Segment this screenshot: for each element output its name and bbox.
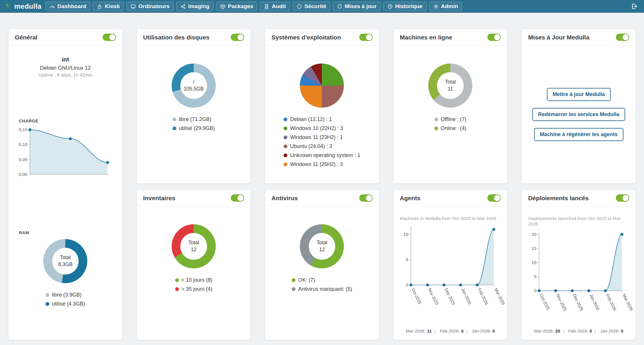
legend-label: Windows 11 (23H2) : 1: [290, 134, 343, 140]
operating-systems-legend: Debian (12.12) : 1 Windows 10 (22H2) : 3…: [284, 116, 360, 167]
stat-label: Mar-2026:: [406, 328, 426, 333]
legend-color-dot: [284, 136, 287, 139]
card-inventories: Inventaires Total 12 < 10 jours (8) > 35…: [137, 189, 251, 340]
legend-label: > 35 jours (4): [182, 286, 213, 292]
toggle-knob: [366, 34, 372, 40]
stat-value: 0: [461, 328, 463, 333]
nav-audit[interactable]: Audit: [260, 2, 290, 11]
stat-value: 11: [427, 328, 432, 333]
nav-admin[interactable]: Admin: [429, 2, 462, 11]
antivirus-legend: OK: (7) Antivirus manquant: (5): [292, 277, 352, 292]
legend-label: libre (71.2GB): [179, 116, 211, 122]
refresh-icon: [337, 4, 342, 9]
legend-label: Debian (12.12) : 1: [290, 116, 332, 122]
toggle-knob: [109, 34, 115, 40]
medulla-logo[interactable]: medulla: [4, 2, 41, 10]
nav-securite[interactable]: Sécurité: [293, 2, 330, 11]
card-antivirus-toggle[interactable]: [359, 194, 373, 202]
nav-dashboard[interactable]: Dashboard: [46, 2, 90, 11]
card-operating-systems: Systèmes d'exploitation Debian (12.12) :…: [265, 29, 379, 184]
agents-stats: Mar-2026:11 Feb-2026:0 Jan-2026:0: [406, 327, 495, 334]
nav-label: Sécurité: [304, 3, 326, 10]
agents-subtitle: Machines in Medulla from Oct-2025 to Mar…: [400, 216, 496, 221]
card-general-header: Général: [8, 29, 122, 46]
nav-ordinateurs[interactable]: Ordinateurs: [126, 2, 174, 11]
legend-label: Antivirus manquant: (5): [298, 286, 352, 292]
card-inventories-toggle[interactable]: [231, 194, 244, 202]
stat-label: Feb-2026:: [440, 328, 460, 333]
disk-donut-center: / 105.5GB: [180, 72, 207, 99]
machines-online-legend: Offline : (7) Online : (4): [434, 116, 467, 131]
nav-historique[interactable]: Historique: [383, 2, 427, 11]
legend-item[interactable]: utilisé (4.3GB): [46, 301, 85, 307]
legend-item[interactable]: Unknown operating system : 1: [284, 152, 360, 158]
card-machines-online-header: Machines en ligne: [393, 29, 507, 46]
nav-label: Dashboard: [57, 3, 86, 10]
card-operating-systems-toggle[interactable]: [359, 34, 373, 41]
legend-color-dot: [46, 302, 49, 306]
svg-text:10: 10: [403, 232, 408, 237]
legend-item[interactable]: utilisé (29.9GB): [173, 125, 215, 131]
nav-label: Mises à jour: [345, 3, 377, 10]
legend-color-dot: [284, 127, 287, 130]
legend-item[interactable]: > 35 jours (4): [175, 286, 213, 292]
machines-donut-center: Total 11: [437, 72, 463, 99]
donut-center-line1: /: [193, 79, 194, 86]
legend-item[interactable]: Debian (12.12) : 1: [284, 116, 360, 122]
stat-label: Mar-2026:: [534, 328, 554, 333]
nav-label: Admin: [441, 3, 458, 10]
donut-center-line2: 11: [448, 86, 453, 93]
legend-item[interactable]: Offline : (7): [434, 116, 467, 122]
card-machines-online-toggle[interactable]: [487, 34, 501, 41]
legend-item[interactable]: OK: (7): [292, 277, 352, 283]
legend-color-dot: [284, 118, 287, 121]
svg-text:Dec-2025: Dec-2025: [572, 293, 584, 312]
legend-color-dot: [292, 278, 295, 282]
legend-item[interactable]: Antivirus manquant: (5): [292, 286, 352, 292]
card-disk-usage: Utilisation des disques / 105.5GB libre …: [137, 29, 251, 184]
legend-item[interactable]: Windows 10 (22H2) : 3: [284, 125, 360, 131]
svg-text:Oct-2025: Oct-2025: [539, 293, 551, 311]
card-deployments-toggle[interactable]: [616, 194, 629, 202]
legend-item[interactable]: < 10 jours (8): [175, 277, 213, 283]
disk-usage-donut-chart: / 105.5GB: [172, 64, 216, 108]
legend-item[interactable]: Windows 11 (25H2) : 3: [284, 161, 360, 167]
lock-icon: [97, 4, 102, 9]
svg-text:0.00: 0.00: [19, 172, 27, 177]
card-medulla-updates-toggle[interactable]: [616, 34, 629, 41]
logout-button[interactable]: [631, 3, 638, 10]
card-agents: Agents Machines in Medulla from Oct-2025…: [393, 189, 508, 340]
svg-text:20: 20: [532, 232, 537, 237]
toggle-knob: [623, 195, 629, 201]
nav-packages[interactable]: Packages: [216, 2, 257, 11]
package-icon: [220, 4, 226, 9]
legend-item[interactable]: Windows 11 (23H2) : 1: [284, 134, 360, 140]
donut-center-line1: Total: [188, 239, 199, 246]
stat-item: Mar-2026:11: [406, 328, 432, 333]
medulla-action-button[interactable]: Mettre à jour Medulla: [547, 88, 611, 101]
card-general-toggle[interactable]: [103, 34, 116, 41]
medulla-action-button[interactable]: Machine à régénérer les agents: [534, 128, 623, 141]
card-title: Antivirus: [271, 195, 298, 202]
medulla-action-button[interactable]: Redémarrer les services Medulla: [532, 108, 625, 121]
svg-text:5: 5: [406, 257, 408, 262]
card-agents-toggle[interactable]: [487, 194, 501, 202]
nav-kiosk[interactable]: Kiosk: [93, 2, 124, 11]
toggle-knob: [494, 195, 500, 201]
card-title: Machines en ligne: [400, 34, 452, 41]
nav-mises-a-jour[interactable]: Mises à jour: [333, 2, 381, 11]
nav-label: Imaging: [188, 3, 209, 10]
card-medulla-updates: Mises à Jour Medulla Mettre à jour Medul…: [521, 29, 636, 184]
legend-item[interactable]: Online : (4): [434, 125, 467, 131]
legend-item[interactable]: Ubuntu (24.04) : 3: [284, 143, 360, 149]
nav-imaging[interactable]: Imaging: [176, 2, 213, 11]
svg-text:Jan-2026: Jan-2026: [589, 293, 601, 311]
card-medulla-updates-body: Mettre à jour MedullaRedémarrer les serv…: [522, 46, 636, 183]
legend-item[interactable]: libre (3.9GB): [46, 292, 85, 298]
card-antivirus-body: Total 12 OK: (7) Antivirus manquant: (5): [265, 206, 379, 340]
card-disk-usage-toggle[interactable]: [231, 34, 244, 41]
legend-item[interactable]: libre (71.2GB): [173, 116, 215, 122]
card-inventories-body: Total 12 < 10 jours (8) > 35 jours (4): [137, 206, 251, 340]
card-machines-online: Machines en ligne Total 11 Offline : (7)…: [393, 29, 508, 184]
card-antivirus-header: Antivirus: [265, 190, 379, 206]
